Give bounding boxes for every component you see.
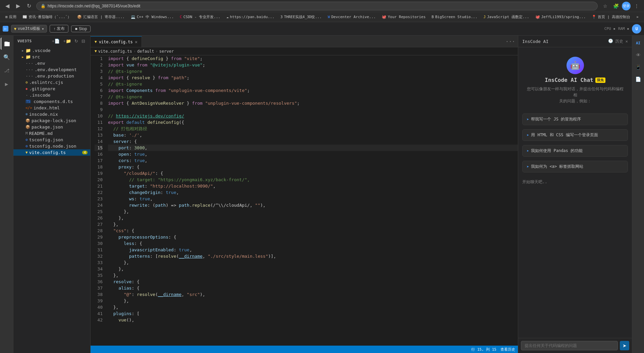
tree-item-readme[interactable]: M README.md xyxy=(13,130,90,137)
code-editor[interactable]: 123 456 789 101112 1314 15 161718 192021… xyxy=(91,55,518,346)
activity-debug[interactable]: ▶ xyxy=(1,78,13,90)
activity-files[interactable] xyxy=(1,38,13,50)
sidebar: VUE3TS +📄 +📁 ↻ ⊟ ▸ 📁 .vscode ▸ 📁 src ··· xyxy=(13,36,91,353)
collapse-button[interactable]: ⊟ xyxy=(80,38,86,44)
right-icon-doc[interactable]: 📄 xyxy=(633,74,644,85)
refresh-button[interactable]: ↻ xyxy=(24,1,34,11)
code-line-11: export default defineConfig({ xyxy=(108,119,518,125)
bookmark-label: JeffLi1993/spring... xyxy=(541,15,586,19)
tree-item-tsconfig[interactable]: ⚙ tsconfig.json xyxy=(13,137,90,143)
code-line-12: // 打包相对路径 xyxy=(108,125,518,132)
ai-close-button[interactable]: × xyxy=(625,39,628,44)
breadcrumb-sep-1: › xyxy=(133,49,136,54)
code-content[interactable]: import { defineConfig } from "vite"; imp… xyxy=(105,55,518,346)
tree-item-package-lock[interactable]: 📦 package-lock.json xyxy=(13,117,90,124)
tree-item-index-html[interactable]: </> index.html xyxy=(13,105,90,111)
nix-icon: ❄ xyxy=(25,112,28,116)
more-menu-button[interactable]: ⋮ xyxy=(632,1,641,11)
bookmark-gaode[interactable]: 📍 首页 | 高德控制台 xyxy=(589,14,633,20)
tree-item-env-prod[interactable]: ··· .env.production xyxy=(13,73,90,79)
bookmark-baidu[interactable]: ☁ https://pan.baidu... xyxy=(224,14,277,20)
bookmark-apps[interactable]: ⊞ 应用 xyxy=(3,14,19,20)
tree-item-env-dev[interactable]: ··· .env.development xyxy=(13,66,90,73)
tab-more-button[interactable]: ··· xyxy=(503,38,518,45)
code-line-9 xyxy=(108,106,518,113)
ai-suggestion-2[interactable]: ➤ 用 HTML 和 CSS 编写一个登录页面 xyxy=(522,129,628,141)
right-icon-ai[interactable]: AI xyxy=(633,38,644,48)
tab-vite-config[interactable]: ▼ vite.config.ts × xyxy=(91,36,142,47)
bookmark-spring[interactable]: 🐙 JeffLi1993/spring... xyxy=(533,14,588,20)
breadcrumb-server[interactable]: server xyxy=(159,49,174,54)
suggestion-text-3: 我如何使用 Pandas 的功能 xyxy=(531,148,583,154)
bookmark-bigscreen[interactable]: B BigScreen Studio... xyxy=(429,14,480,20)
bookmark-asm[interactable]: 📦 汇编语言 | 寄存器.... xyxy=(74,14,127,20)
file-dot: ··· xyxy=(25,67,33,72)
history-icon[interactable]: 🕐 xyxy=(608,39,613,44)
right-icon-mobile[interactable]: 📱 xyxy=(633,62,644,72)
bookmark-star-button[interactable]: ☆ xyxy=(600,1,610,11)
bookmark-devcenter[interactable]: W Devcenter Archive... xyxy=(325,14,378,20)
bookmark-more[interactable]: » xyxy=(634,14,641,20)
file-badge: 4 xyxy=(82,151,88,154)
bookmark-icon: 📰 xyxy=(22,15,27,19)
forward-button[interactable]: ▶ xyxy=(13,1,23,11)
user-avatar[interactable]: U xyxy=(632,24,641,34)
back-button[interactable]: ◀ xyxy=(3,1,12,11)
breadcrumb-default[interactable]: default xyxy=(137,49,154,54)
right-icon-preview[interactable]: 👁 xyxy=(633,50,644,60)
ai-suggestion-4[interactable]: ➤ 我如何为 <a> 标签抓取网站 xyxy=(522,161,628,172)
ai-suggestion-3[interactable]: ➤ 我如何使用 Pandas 的功能 xyxy=(522,145,628,157)
bookmark-csdn[interactable]: C CSDN - 专业开发... xyxy=(177,14,223,20)
folder-icon: ▸ xyxy=(21,48,24,53)
tree-item-package[interactable]: 📦 package.json xyxy=(13,124,90,130)
ai-description: 您可以像朋友一样与我对话，并提出任何与代码和编程相关的问题，例如： xyxy=(522,86,628,104)
tree-item-gitignore[interactable]: ◆ .gitignore xyxy=(13,86,90,92)
bookmark-github-repos[interactable]: 🐙 Your Repositories xyxy=(379,14,428,20)
file-name: .eslintrc.cjs xyxy=(29,80,63,85)
history-button[interactable]: 查看历史 xyxy=(500,347,515,352)
tree-item-env[interactable]: ··· .env xyxy=(13,60,90,66)
profile-menu-button[interactable]: 登录 xyxy=(622,2,631,10)
stop-button[interactable]: ■ Stop xyxy=(71,26,91,32)
suggestion-send-icon-4: ➤ xyxy=(527,164,529,169)
publish-icon: ↑ xyxy=(53,27,55,31)
breadcrumb-file[interactable]: vite.config.ts xyxy=(98,49,132,54)
bookmark-icon: B xyxy=(432,15,434,19)
ai-history-label[interactable]: 历史 xyxy=(615,39,623,44)
tree-item-components-dts[interactable]: TS components.d.ts xyxy=(13,98,90,105)
lock-icon: 🔒 xyxy=(41,4,46,8)
tree-item-vscode[interactable]: ▸ 📁 .vscode xyxy=(13,47,90,54)
bookmark-icon: J xyxy=(483,15,486,19)
address-bar[interactable]: 🔒 xyxy=(36,2,598,10)
tree-item-inscode[interactable]: · .inscode xyxy=(13,92,90,98)
new-file-button[interactable]: +📄 xyxy=(51,38,61,44)
folder-icon2: 📁 xyxy=(25,48,31,53)
bookmark-icon: ☁ xyxy=(226,15,229,19)
activity-search[interactable]: 🔍 xyxy=(1,51,13,63)
publish-button[interactable]: ↑ 发布 xyxy=(50,25,68,33)
tab-close-button[interactable]: × xyxy=(135,39,138,45)
ai-suggestion-1[interactable]: ➤ 帮我写一个 JS 的冒泡程序 xyxy=(522,113,628,125)
tree-item-src[interactable]: ▸ 📁 src xyxy=(13,54,90,60)
file-name: package-lock.json xyxy=(32,118,76,123)
new-folder-button[interactable]: +📁 xyxy=(62,38,72,44)
ai-input-area: ➤ xyxy=(518,338,632,353)
activity-git[interactable]: ⎇ xyxy=(1,64,13,77)
code-line-42: vue(), xyxy=(108,317,518,323)
extensions-button[interactable]: 🧩 xyxy=(611,1,621,11)
bookmark-cpp[interactable]: 💻 C++ 中 Windows... xyxy=(128,14,176,20)
bookmark-three[interactable]: 3 THREE实战4_3D纹... xyxy=(278,14,324,20)
url-input[interactable] xyxy=(48,4,593,8)
bookmark-js[interactable]: J JavaScript 函数定... xyxy=(481,14,532,20)
tree-item-vite-config[interactable]: ▼ vite.config.ts 4 xyxy=(13,149,90,156)
bookmark-icon: C xyxy=(180,15,182,19)
tree-item-tsconfig-node[interactable]: ⚙ tsconfig.node.json xyxy=(13,143,90,149)
tree-item-eslint[interactable]: ⚙ .eslintrc.cjs xyxy=(13,79,90,86)
code-line-20: // target: "https://yongmai6.xyz/back-fr… xyxy=(108,176,518,183)
project-selector[interactable]: ▼ vue3ts模板 ▾ xyxy=(11,25,47,33)
bookmark-news[interactable]: 📰 资讯·番茄咖啡（`...`） xyxy=(20,14,74,20)
tree-item-inscode-nix[interactable]: ❄ inscode.nix xyxy=(13,111,90,117)
ai-send-button[interactable]: ➤ xyxy=(620,341,629,350)
ai-chat-input[interactable] xyxy=(521,341,618,350)
refresh-explorer-button[interactable]: ↻ xyxy=(73,38,79,44)
